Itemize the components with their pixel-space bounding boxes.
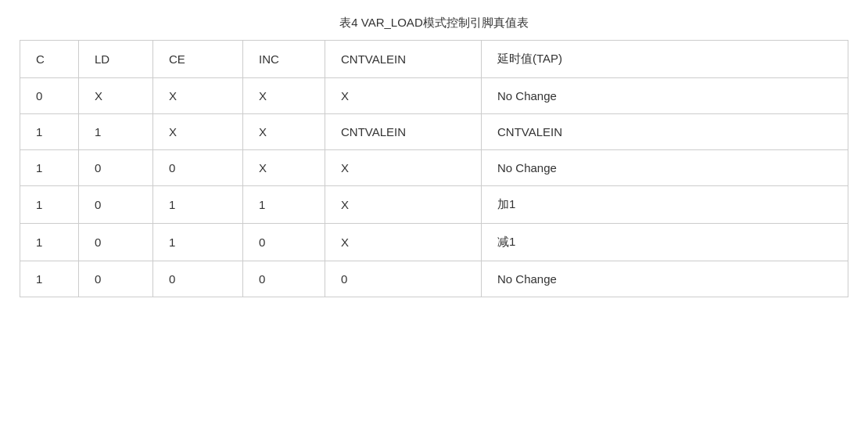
cell-ld-3: 0 [79,186,153,224]
truth-table: C LD CE INC CNTVALEIN 延时值(TAP) 0XXXXNo C… [20,40,848,297]
cell-delay-5: No Change [482,261,848,297]
cell-ce-4: 1 [153,224,243,261]
cell-cntvalein-0: X [325,78,482,114]
cell-inc-3: 1 [243,186,325,224]
cell-ce-0: X [153,78,243,114]
cell-c-4: 1 [20,224,79,261]
cell-delay-2: No Change [482,150,848,186]
cell-ce-1: X [153,114,243,150]
table-title: 表4 VAR_LOAD模式控制引脚真值表 [20,16,848,31]
cell-c-5: 1 [20,261,79,297]
cell-ld-2: 0 [79,150,153,186]
table-row: 100XXNo Change [20,150,848,186]
cell-cntvalein-4: X [325,224,482,261]
cell-cntvalein-5: 0 [325,261,482,297]
cell-inc-1: X [243,114,325,150]
cell-ld-0: X [79,78,153,114]
cell-ld-5: 0 [79,261,153,297]
col-header-delay: 延时值(TAP) [482,41,848,78]
main-container: 表4 VAR_LOAD模式控制引脚真值表 C LD CE INC CNTVALE… [20,16,848,297]
cell-c-0: 0 [20,78,79,114]
table-row: 11XXCNTVALEINCNTVALEIN [20,114,848,150]
col-header-cntvalein: CNTVALEIN [325,41,482,78]
cell-c-1: 1 [20,114,79,150]
cell-delay-3: 加1 [482,186,848,224]
cell-ld-4: 0 [79,224,153,261]
cell-delay-4: 减1 [482,224,848,261]
table-row: 10000No Change [20,261,848,297]
table-row: 1010X减1 [20,224,848,261]
cell-inc-4: 0 [243,224,325,261]
cell-c-3: 1 [20,186,79,224]
cell-inc-0: X [243,78,325,114]
cell-delay-1: CNTVALEIN [482,114,848,150]
table-body: 0XXXXNo Change11XXCNTVALEINCNTVALEIN100X… [20,78,848,297]
col-header-ce: CE [153,41,243,78]
cell-c-2: 1 [20,150,79,186]
cell-ce-3: 1 [153,186,243,224]
col-header-c: C [20,41,79,78]
col-header-inc: INC [243,41,325,78]
cell-inc-5: 0 [243,261,325,297]
table-row: 1011X加1 [20,186,848,224]
cell-ld-1: 1 [79,114,153,150]
cell-delay-0: No Change [482,78,848,114]
cell-cntvalein-3: X [325,186,482,224]
cell-ce-5: 0 [153,261,243,297]
table-row: 0XXXXNo Change [20,78,848,114]
cell-cntvalein-1: CNTVALEIN [325,114,482,150]
col-header-ld: LD [79,41,153,78]
cell-inc-2: X [243,150,325,186]
header-row: C LD CE INC CNTVALEIN 延时值(TAP) [20,41,848,78]
cell-cntvalein-2: X [325,150,482,186]
cell-ce-2: 0 [153,150,243,186]
